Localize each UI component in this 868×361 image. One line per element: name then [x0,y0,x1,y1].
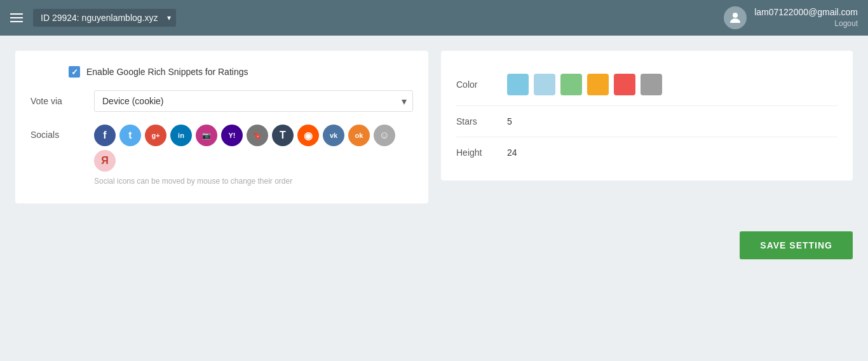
right-panel: Color Stars 5 Height 24 [441,51,853,180]
rich-snippets-checkbox[interactable] [69,66,80,78]
site-selector-wrapper: ID 29924: nguyenlamblog.xyz [33,9,176,27]
socials-row: Socials ftg+in📷Y!🔖T◉vkok☺Я [31,125,413,172]
save-bar: SAVE SETTING [0,219,868,272]
rich-snippets-label: Enable Google Rich Snippets for Ratings [86,67,248,77]
height-value: 24 [507,147,517,158]
header-left: ID 29924: nguyenlamblog.xyz [10,9,176,27]
stars-value: 5 [507,116,512,126]
color-swatches [507,74,662,95]
facebook-icon[interactable]: f [94,125,116,146]
pink-swatch[interactable] [614,74,635,95]
vote-via-row: Vote via Device (cookie) [31,90,413,112]
blue-swatch[interactable] [507,74,529,95]
light-blue-swatch[interactable] [534,74,555,95]
header-right: lam07122000@gmail.com Logout [724,6,858,29]
color-row: Color [456,64,837,106]
height-label: Height [456,147,507,158]
linkedin-icon[interactable]: in [170,125,192,146]
hamburger-menu[interactable] [10,13,23,22]
height-row: Height 24 [456,137,837,168]
color-label: Color [456,79,507,90]
socials-hint: Social icons can be moved by mouse to ch… [94,177,413,186]
logout-link[interactable]: Logout [834,19,858,28]
tumblr-icon[interactable]: T [272,125,294,146]
soundcloud-icon[interactable]: ◉ [297,125,319,146]
bookmark-icon[interactable]: 🔖 [247,125,268,146]
vote-via-select-wrapper: Device (cookie) [94,90,413,112]
user-email: lam07122000@gmail.com [754,7,858,17]
save-setting-button[interactable]: SAVE SETTING [740,231,853,259]
site-selector[interactable]: ID 29924: nguyenlamblog.xyz [33,9,176,27]
header: ID 29924: nguyenlamblog.xyz lam07122000@… [0,0,868,36]
rich-snippets-row: Enable Google Rich Snippets for Ratings [69,66,413,78]
green-swatch[interactable] [560,74,582,95]
google-plus-icon[interactable]: g+ [145,125,166,146]
avatar [724,6,747,29]
mail-icon[interactable]: ☺ [374,125,395,146]
odnoklassniki-icon[interactable]: ok [348,125,370,146]
vote-via-select[interactable]: Device (cookie) [94,90,413,112]
socials-label: Socials [31,125,94,140]
yahoo-icon[interactable]: Y! [221,125,243,146]
twitter-icon[interactable]: t [119,125,141,146]
gray-swatch[interactable] [641,74,662,95]
instagram-icon[interactable]: 📷 [196,125,217,146]
main-content: Enable Google Rich Snippets for Ratings … [0,36,868,219]
stars-row: Stars 5 [456,106,837,137]
user-info: lam07122000@gmail.com Logout [754,7,858,29]
orange-swatch[interactable] [587,74,609,95]
left-panel: Enable Google Rich Snippets for Ratings … [15,51,428,203]
socials-icons: ftg+in📷Y!🔖T◉vkok☺Я [94,125,413,172]
stars-label: Stars [456,116,507,126]
vk-icon[interactable]: vk [323,125,344,146]
svg-point-0 [733,13,738,18]
yandex-icon[interactable]: Я [94,150,116,172]
vote-via-label: Vote via [31,96,94,106]
